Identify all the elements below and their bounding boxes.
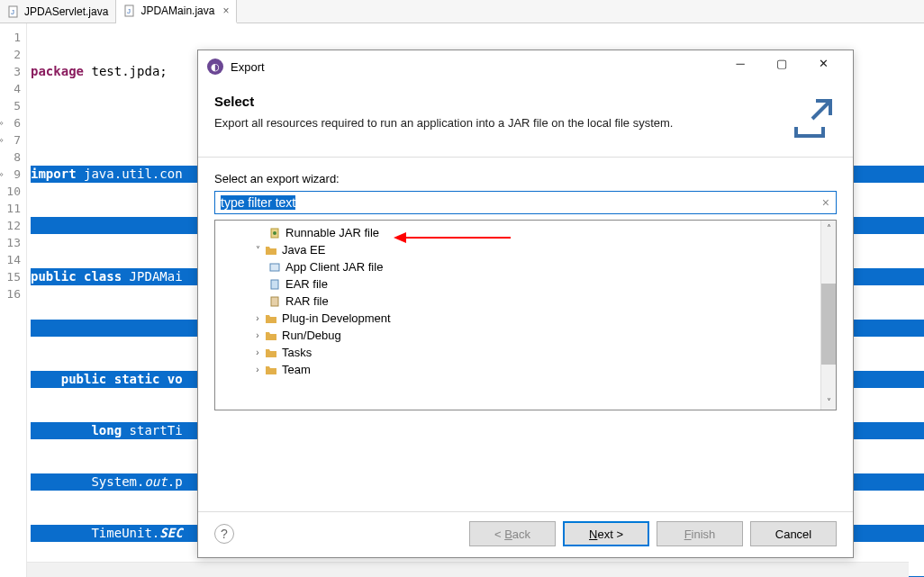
tree-expand-icon[interactable]: ›: [251, 347, 264, 357]
folder-icon: [264, 363, 278, 377]
dialog-button-bar: ? < Back Next > Finish Cancel: [198, 511, 853, 557]
tab-label: JPDAMain.java: [140, 5, 214, 17]
rar-icon: [267, 294, 282, 309]
tree-item-label: Java EE: [282, 243, 325, 257]
tab-close-icon[interactable]: ×: [219, 5, 229, 17]
help-button[interactable]: ?: [214, 524, 234, 544]
tree-item-app-client-jar[interactable]: App Client JAR file: [215, 258, 820, 275]
tree-item-label: App Client JAR file: [285, 260, 383, 274]
minimize-button[interactable]: ─: [720, 50, 761, 76]
svg-rect-6: [270, 264, 279, 271]
tree-collapse-icon[interactable]: ˅: [251, 245, 264, 255]
tree-item-label: Tasks: [282, 346, 312, 359]
tree-item-label: EAR file: [285, 277, 328, 291]
tab-label: JPDAServlet.java: [24, 5, 108, 18]
clear-filter-icon[interactable]: ×: [822, 195, 829, 210]
svg-text:J: J: [11, 8, 14, 16]
folder-icon: [264, 243, 278, 257]
tree-expand-icon[interactable]: ›: [251, 313, 264, 323]
export-dialog: ◐ Export ─ ▢ ✕ Select Export all resourc…: [197, 50, 854, 558]
tree-item-label: Plug-in Development: [282, 311, 391, 325]
svg-text:J: J: [127, 7, 131, 15]
tree-item-label: Run/Debug: [282, 329, 341, 342]
dialog-body: Select an export wizard: × type filter t…: [198, 158, 853, 511]
scroll-thumb[interactable]: [821, 284, 836, 365]
horizontal-scrollbar[interactable]: [27, 562, 909, 577]
editor-tab-bar: J JPDAServlet.java J JPDAMain.java ×: [0, 0, 924, 23]
cancel-button[interactable]: Cancel: [750, 521, 837, 546]
tree-item-runnable-jar[interactable]: Runnable JAR file: [215, 224, 820, 241]
svg-rect-7: [271, 280, 278, 289]
tree-expand-icon[interactable]: ›: [251, 365, 264, 374]
svg-rect-8: [271, 297, 278, 306]
folder-icon: [264, 346, 278, 360]
wizard-prompt: Select an export wizard:: [214, 172, 837, 185]
dialog-header: Select Export all resources required to …: [198, 83, 853, 158]
export-wizard-tree[interactable]: Runnable JAR file ˅ Java EE App Client J…: [215, 221, 820, 410]
tree-item-plugin-dev[interactable]: › Plug-in Development: [215, 310, 820, 327]
line-number-gutter: 1 2 3 4 5 6 7 8 9 10 11 12 13 14 15 16: [0, 23, 27, 577]
close-button[interactable]: ✕: [802, 50, 844, 76]
tree-item-label: Team: [282, 363, 311, 376]
scroll-up-icon[interactable]: ˄: [821, 221, 836, 236]
java-file-icon: J: [123, 5, 136, 17]
jar-icon: [267, 226, 282, 240]
tree-item-run-debug[interactable]: › Run/Debug: [215, 327, 820, 344]
editor-tab[interactable]: J JPDAMain.java ×: [116, 0, 237, 23]
svg-point-5: [273, 231, 276, 235]
back-button: < Back: [469, 521, 556, 546]
folder-icon: [264, 329, 278, 343]
export-tree-container: Runnable JAR file ˅ Java EE App Client J…: [214, 220, 837, 410]
filter-input[interactable]: [214, 191, 837, 214]
tree-scrollbar[interactable]: ˄ ˅: [820, 221, 836, 410]
tree-item-rar-file[interactable]: RAR file: [215, 293, 820, 310]
folder-icon: [264, 311, 278, 326]
export-icon: [786, 94, 837, 144]
app-client-icon: [267, 260, 282, 275]
dialog-titlebar: ◐ Export ─ ▢ ✕: [198, 50, 853, 83]
dialog-window-title: Export: [231, 60, 712, 74]
finish-button: Finish: [657, 521, 743, 546]
dialog-heading: Select: [214, 94, 777, 109]
java-file-icon: J: [7, 5, 20, 18]
tree-item-label: RAR file: [285, 294, 329, 308]
scroll-down-icon[interactable]: ˅: [821, 394, 836, 410]
tree-item-ear-file[interactable]: EAR file: [215, 275, 820, 293]
tree-item-java-ee[interactable]: ˅ Java EE: [215, 241, 820, 258]
editor-tab[interactable]: J JPDAServlet.java: [0, 0, 116, 23]
tree-item-tasks[interactable]: › Tasks: [215, 344, 820, 361]
tree-item-label: Runnable JAR file: [285, 226, 379, 239]
next-button[interactable]: Next >: [563, 521, 649, 546]
eclipse-icon: ◐: [207, 59, 223, 75]
maximize-button[interactable]: ▢: [761, 50, 802, 76]
tree-item-team[interactable]: › Team: [215, 361, 820, 378]
tree-expand-icon[interactable]: ›: [251, 330, 264, 340]
dialog-description: Export all resources required to run an …: [214, 116, 777, 130]
ear-icon: [267, 277, 282, 292]
